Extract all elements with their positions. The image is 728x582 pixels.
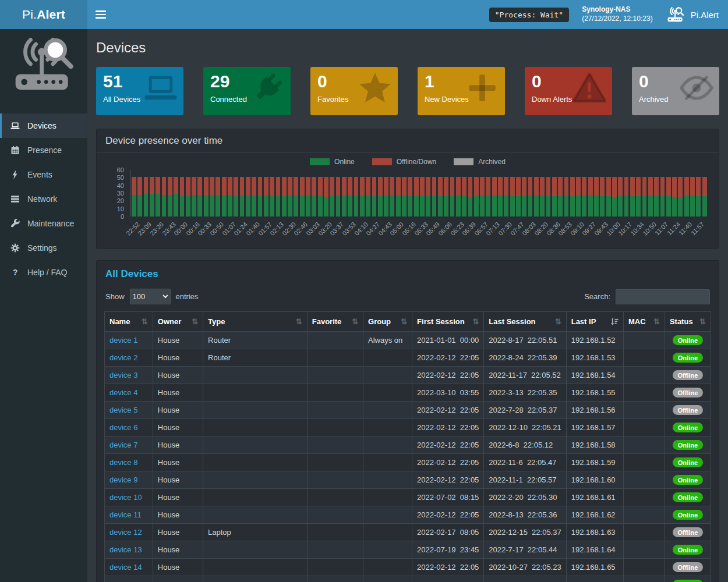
chart-bar xyxy=(480,170,485,217)
sort-icon: ⇅ xyxy=(352,318,358,325)
sidebar-item-network[interactable]: Network xyxy=(0,187,87,211)
chart-bar xyxy=(648,170,653,217)
chart-bar xyxy=(570,170,575,217)
cell-first-session: 2022-02-12 22:05 xyxy=(412,559,484,576)
column-header-status[interactable]: Status⇅ xyxy=(665,312,711,332)
cell-favorite xyxy=(307,349,363,367)
legend-swatch xyxy=(310,158,330,165)
search-input[interactable] xyxy=(616,289,710,304)
host-info: Synology-NAS (27/12/2022, 12:10:23) xyxy=(582,5,652,23)
device-link[interactable]: device 10 xyxy=(109,493,142,502)
column-header-first-session[interactable]: First Session⇅ xyxy=(412,312,484,332)
legend-item-archived[interactable]: Archived xyxy=(454,158,506,166)
device-link[interactable]: device 2 xyxy=(109,353,137,362)
column-label: MAC xyxy=(628,317,646,326)
chart-bar xyxy=(678,170,683,217)
x-tick-label: 01:40 xyxy=(245,221,261,237)
cell-last-ip: 192.168.1.53 xyxy=(566,349,623,367)
device-link[interactable]: device 9 xyxy=(109,475,137,484)
cell-favorite xyxy=(307,384,363,402)
device-link[interactable]: device 13 xyxy=(109,545,142,554)
summary-card-new-devices[interactable]: 1New Devices xyxy=(418,67,505,115)
cell-last-ip: 192.168.1.64 xyxy=(566,541,623,559)
cell-owner: House xyxy=(153,436,203,454)
entries-label: entries xyxy=(176,292,199,301)
chart-bar xyxy=(366,170,370,217)
cell-favorite xyxy=(307,489,363,506)
table-row: device 7House2022-02-12 22:052022-6-8 22… xyxy=(105,436,711,454)
sidebar-item-settings[interactable]: Settings xyxy=(0,236,87,260)
x-tick-label: 23:26 xyxy=(149,221,165,237)
column-label: Owner xyxy=(158,317,181,326)
sort-icon: ⇅ xyxy=(555,318,561,325)
device-link[interactable]: device 4 xyxy=(109,388,137,397)
cell-favorite xyxy=(307,559,363,576)
device-link[interactable]: device 1 xyxy=(109,336,137,345)
chart-bar xyxy=(498,170,503,217)
chart-bar xyxy=(246,170,250,217)
summary-card-archived[interactable]: 0Archived xyxy=(632,67,719,115)
device-link[interactable]: device 11 xyxy=(109,510,142,519)
legend-item-offline-down[interactable]: Offline/Down xyxy=(372,158,436,166)
cell-group xyxy=(363,559,412,576)
chart-bar xyxy=(222,170,227,217)
x-tick-label: 11:57 xyxy=(690,221,705,236)
cell-last-ip: 192.168.1.54 xyxy=(566,367,623,384)
device-link[interactable]: device 5 xyxy=(109,406,137,414)
device-link[interactable]: device 12 xyxy=(109,528,142,537)
table-row: device 14House2022-02-12 22:052022-10-27… xyxy=(105,559,711,576)
cell-favorite xyxy=(307,419,363,436)
sidebar-item-help-faq[interactable]: ?Help / FAQ xyxy=(0,260,87,285)
cell-mac xyxy=(624,576,665,582)
chart-bar xyxy=(252,170,256,217)
cell-first-session: 2022-02-12 22:05 xyxy=(412,576,484,582)
chart-bar xyxy=(402,170,407,217)
chart-bar xyxy=(534,170,539,217)
page-length-select[interactable]: 100 xyxy=(130,289,171,304)
summary-card-favorites[interactable]: 0Favorites xyxy=(310,67,398,115)
column-header-mac[interactable]: MAC⇅ xyxy=(624,312,665,332)
chart-bar xyxy=(564,170,569,217)
cell-group xyxy=(363,419,412,436)
column-header-favorite[interactable]: Favorite⇅ xyxy=(307,312,363,332)
search-box: Search: xyxy=(584,289,710,304)
hamburger-menu-button[interactable] xyxy=(87,0,114,29)
column-header-type[interactable]: Type⇅ xyxy=(203,312,308,332)
brand-logo[interactable]: Pi.Alert xyxy=(0,0,87,29)
device-link[interactable]: device 8 xyxy=(109,458,137,467)
cell-status: Online xyxy=(665,576,711,582)
device-link[interactable]: device 6 xyxy=(109,423,137,432)
cell-mac xyxy=(624,436,665,454)
page-title: Devices xyxy=(96,40,719,56)
cell-group xyxy=(363,349,412,367)
column-label: Group xyxy=(368,317,391,326)
cell-mac xyxy=(624,489,665,506)
legend-item-online[interactable]: Online xyxy=(310,158,355,166)
device-link[interactable]: device 3 xyxy=(109,371,137,379)
column-header-last-ip[interactable]: Last IP xyxy=(566,312,623,332)
chart-bar xyxy=(342,170,347,217)
device-link[interactable]: device 7 xyxy=(109,441,137,449)
chart-bar xyxy=(642,170,647,217)
cell-group xyxy=(363,524,412,541)
cell-last-session: 2022-6-8 22:05.12 xyxy=(484,436,566,454)
column-header-owner[interactable]: Owner⇅ xyxy=(153,312,203,332)
sidebar-item-presence[interactable]: Presence xyxy=(0,138,87,162)
x-tick-label: 03:53 xyxy=(341,221,357,237)
summary-card-connected[interactable]: 29Connected xyxy=(203,67,291,115)
sidebar-item-devices[interactable]: Devices xyxy=(0,113,87,138)
column-header-name[interactable]: Name⇅ xyxy=(105,312,153,332)
x-tick-label: 11:40 xyxy=(677,221,693,236)
cell-mac xyxy=(624,349,665,367)
sidebar-item-events[interactable]: Events xyxy=(0,162,87,187)
calendar-icon xyxy=(10,146,20,155)
column-header-group[interactable]: Group⇅ xyxy=(363,312,412,332)
question-icon: ? xyxy=(10,268,20,277)
summary-card-down-alerts[interactable]: 0Down Alerts xyxy=(525,67,612,115)
cell-owner: House xyxy=(153,419,203,436)
column-header-last-session[interactable]: Last Session⇅ xyxy=(484,312,566,332)
sidebar-item-maintenance[interactable]: Maintenance xyxy=(0,211,87,236)
device-link[interactable]: device 14 xyxy=(109,563,142,572)
summary-card-all-devices[interactable]: 51All Devices xyxy=(96,67,183,115)
sort-icon: ⇅ xyxy=(472,318,479,325)
